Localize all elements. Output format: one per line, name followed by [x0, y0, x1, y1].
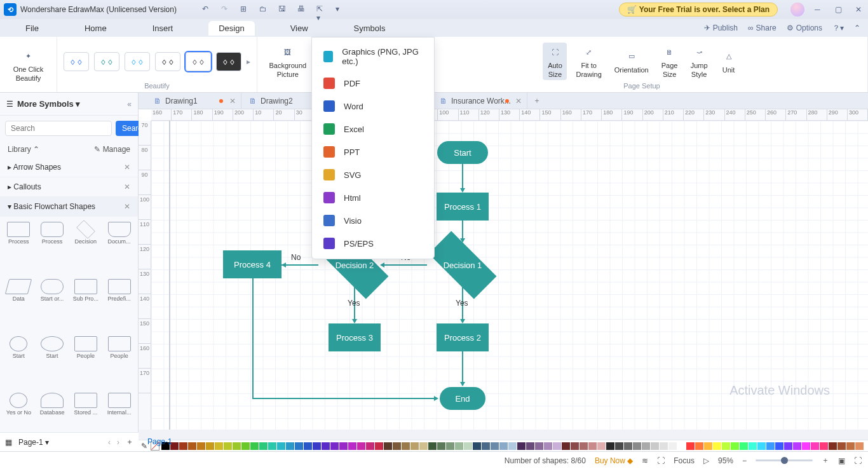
theme-1[interactable]: ⬨⬨: [64, 52, 89, 71]
export-svg[interactable]: SVG: [312, 163, 434, 186]
theme-6[interactable]: ⬨⬨: [216, 52, 241, 71]
layers-icon[interactable]: ≋: [642, 456, 648, 465]
print-icon[interactable]: 🖶: [297, 4, 308, 15]
presentation-icon[interactable]: ▷: [703, 456, 709, 465]
canvas[interactable]: 1601701801902001020304050607080901001101…: [139, 109, 868, 430]
shape-people[interactable]: People: [70, 335, 102, 391]
color-swatch[interactable]: [704, 442, 712, 450]
buy-now-link[interactable]: Buy Now ◆: [595, 456, 633, 465]
open-icon[interactable]: 🗀: [259, 4, 269, 15]
zoom-slider[interactable]: [756, 459, 813, 461]
color-swatch[interactable]: [339, 442, 348, 450]
page-select[interactable]: Page-1 ▾: [18, 438, 49, 447]
auto-size-button[interactable]: ⛶Auto Size: [543, 43, 567, 79]
save-icon[interactable]: 🖫: [278, 4, 288, 15]
trial-banner[interactable]: 🛒 Your Free Trial is over. Select a Plan: [619, 3, 778, 17]
one-click-beautify-button[interactable]: ✦ One Click Beautify: [10, 46, 48, 83]
color-swatch[interactable]: [793, 442, 801, 450]
menu-insert[interactable]: Insert: [142, 21, 184, 36]
sidebar-collapse-icon[interactable]: «: [127, 100, 132, 109]
color-swatch[interactable]: [731, 442, 739, 450]
options-button[interactable]: ⚙ Options: [787, 24, 822, 32]
close-icon[interactable]: ✕: [124, 202, 130, 211]
color-swatch[interactable]: [651, 442, 659, 450]
cat-arrow-shapes[interactable]: ▸ Arrow Shapes✕: [0, 158, 138, 177]
color-swatch[interactable]: [757, 442, 766, 450]
share-button[interactable]: ∞ Share: [748, 24, 776, 32]
color-swatch[interactable]: [233, 442, 241, 450]
color-swatch[interactable]: [179, 442, 187, 450]
color-swatch[interactable]: [624, 442, 632, 450]
close-button[interactable]: ✕: [855, 5, 864, 14]
next-page-icon[interactable]: ›: [117, 438, 119, 447]
color-swatch[interactable]: [615, 442, 623, 450]
color-swatch[interactable]: [473, 442, 481, 450]
export-icon[interactable]: ⇱ ▾: [316, 4, 327, 15]
color-swatch[interactable]: [633, 442, 641, 450]
color-swatch[interactable]: [544, 442, 552, 450]
color-swatch[interactable]: [829, 442, 837, 450]
orientation-button[interactable]: ▭Orientation: [611, 47, 653, 76]
cat-callouts[interactable]: ▸ Callouts✕: [0, 177, 138, 197]
color-swatch[interactable]: [419, 442, 428, 450]
color-swatch[interactable]: [606, 442, 614, 450]
shape-startor[interactable]: Start or...: [36, 278, 69, 334]
theme-3[interactable]: ⬨⬨: [125, 52, 150, 71]
color-swatch[interactable]: [846, 442, 855, 450]
color-swatch[interactable]: [766, 442, 775, 450]
color-swatch[interactable]: [597, 442, 606, 450]
color-swatch[interactable]: [295, 442, 303, 450]
color-swatch[interactable]: [286, 442, 294, 450]
close-icon[interactable]: ✕: [229, 97, 236, 105]
color-swatch[interactable]: [517, 442, 526, 450]
theme-2[interactable]: ⬨⬨: [94, 52, 119, 71]
color-swatch[interactable]: [740, 442, 748, 450]
connector[interactable]: [462, 164, 463, 189]
connector[interactable]: [252, 278, 254, 398]
color-swatch[interactable]: [241, 442, 250, 450]
menu-design[interactable]: Design: [208, 21, 254, 36]
export-graphics-png-jpg-etc-[interactable]: Graphics (PNG, JPG etc.): [312, 41, 434, 72]
color-swatch[interactable]: [713, 442, 721, 450]
color-swatch[interactable]: [322, 442, 330, 450]
focus-icon[interactable]: ⛶: [657, 456, 665, 465]
close-icon[interactable]: ✕: [515, 97, 522, 105]
color-swatch[interactable]: [366, 442, 374, 450]
export-visio[interactable]: Visio: [312, 209, 434, 232]
page-grid-icon[interactable]: ▦: [5, 438, 12, 447]
color-swatch[interactable]: [686, 442, 695, 450]
export-html[interactable]: Html: [312, 186, 434, 209]
theme-5[interactable]: ⬨⬨: [186, 52, 211, 71]
color-swatch[interactable]: [206, 442, 214, 450]
color-swatch[interactable]: [660, 442, 668, 450]
color-swatch[interactable]: [508, 442, 517, 450]
color-swatch[interactable]: [402, 442, 410, 450]
shape-process2[interactable]: Process 2: [437, 323, 489, 351]
export-pdf[interactable]: PDF: [312, 72, 434, 95]
color-swatch[interactable]: [428, 442, 437, 450]
connector[interactable]: [462, 351, 463, 383]
fullscreen-icon[interactable]: ⛶: [854, 456, 862, 465]
color-swatch[interactable]: [259, 442, 268, 450]
jump-style-button[interactable]: ⤻Jump Style: [687, 43, 712, 79]
theme-scroll-icon[interactable]: ▸: [247, 57, 250, 66]
color-swatch[interactable]: [562, 442, 570, 450]
menu-symbols[interactable]: Symbols: [344, 21, 396, 36]
canvas-page-tab[interactable]: Page-1: [147, 432, 172, 451]
color-swatch[interactable]: [580, 442, 588, 450]
color-swatch[interactable]: [375, 442, 383, 450]
color-swatch[interactable]: [446, 442, 454, 450]
color-swatch[interactable]: [215, 442, 223, 450]
zoom-in-icon[interactable]: ＋: [822, 455, 829, 466]
unit-button[interactable]: △Unit: [717, 47, 741, 76]
export-word[interactable]: Word: [312, 95, 434, 118]
add-page-icon[interactable]: ＋: [126, 437, 133, 447]
color-swatch[interactable]: [250, 442, 259, 450]
color-swatch[interactable]: [384, 442, 392, 450]
shape-data[interactable]: Data: [3, 278, 35, 334]
export-ppt[interactable]: PPT: [312, 140, 434, 163]
shape-process3[interactable]: Process 3: [329, 323, 381, 351]
color-swatch[interactable]: [357, 442, 365, 450]
color-swatch[interactable]: [535, 442, 543, 450]
zoom-level[interactable]: 95%: [718, 456, 733, 465]
